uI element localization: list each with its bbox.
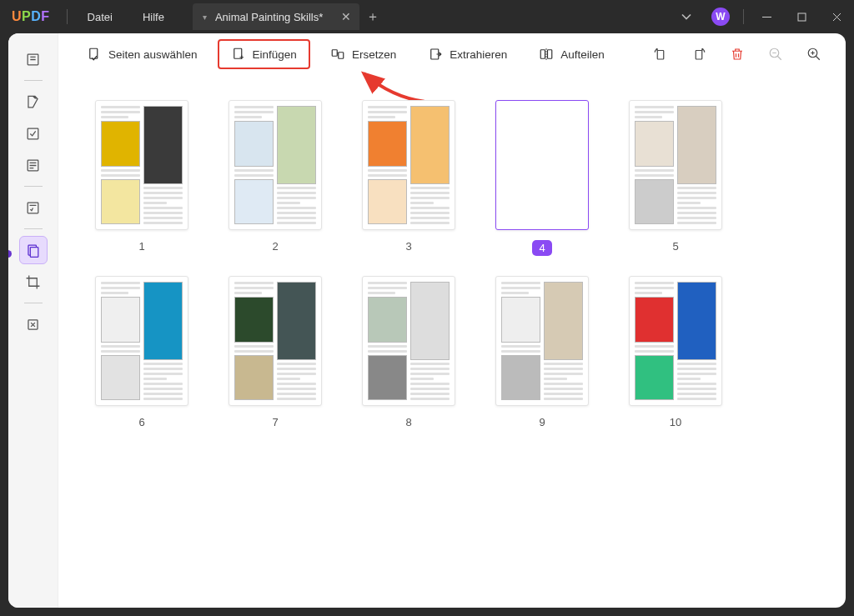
svg-rect-15 bbox=[30, 247, 38, 257]
split-button[interactable]: Aufteilen bbox=[527, 39, 616, 69]
reader-mode-icon[interactable] bbox=[19, 45, 48, 73]
extract-button[interactable]: Extrahieren bbox=[416, 39, 519, 69]
svg-line-32 bbox=[777, 56, 781, 60]
page-number: 6 bbox=[138, 416, 144, 428]
divider bbox=[24, 80, 43, 81]
page-number: 8 bbox=[405, 416, 411, 428]
close-tab-icon[interactable]: ✕ bbox=[341, 10, 351, 23]
page-preview[interactable] bbox=[362, 276, 455, 406]
rotate-left-icon[interactable] bbox=[646, 39, 676, 69]
split-label: Aufteilen bbox=[560, 48, 605, 61]
page-toolbar: Seiten auswählen Einfügen Ersetzen Extra… bbox=[58, 33, 846, 75]
zoom-in-icon[interactable] bbox=[799, 39, 829, 69]
svg-rect-7 bbox=[28, 128, 38, 139]
zoom-out-icon[interactable] bbox=[761, 39, 791, 69]
page-thumbnail[interactable]: 9 bbox=[495, 276, 589, 428]
page-thumbnail[interactable]: 4 bbox=[495, 100, 589, 256]
delete-icon[interactable] bbox=[722, 39, 752, 69]
extract-label: Extrahieren bbox=[450, 48, 507, 61]
thumbnail-row: 1 2 3 4 bbox=[95, 100, 826, 256]
app-body: Seiten auswählen Einfügen Ersetzen Extra… bbox=[8, 33, 846, 608]
app-window: UPDF Datei Hilfe ▾ Animal Painting Skill… bbox=[0, 0, 854, 616]
page-number: 9 bbox=[539, 416, 545, 428]
page-thumbnail[interactable]: 5 bbox=[629, 100, 722, 256]
page-number: 3 bbox=[405, 240, 411, 253]
form-tool-icon[interactable] bbox=[19, 193, 48, 222]
page-number: 7 bbox=[272, 416, 278, 428]
separator bbox=[67, 9, 68, 24]
page-thumbnail[interactable]: 6 bbox=[95, 276, 188, 428]
page-thumbnail[interactable]: 2 bbox=[229, 100, 322, 256]
edit-tool-icon[interactable] bbox=[19, 119, 48, 148]
page-preview[interactable] bbox=[229, 276, 322, 406]
page-preview[interactable] bbox=[95, 100, 188, 230]
close-window-button[interactable] bbox=[819, 0, 854, 33]
divider bbox=[24, 186, 43, 187]
menu-file[interactable]: Datei bbox=[73, 0, 128, 33]
insert-label: Einfügen bbox=[253, 48, 297, 61]
page-number: 1 bbox=[138, 240, 144, 253]
title-bar: UPDF Datei Hilfe ▾ Animal Painting Skill… bbox=[0, 0, 854, 33]
crop-tool-icon[interactable] bbox=[19, 268, 48, 296]
svg-rect-22 bbox=[339, 53, 344, 59]
divider bbox=[24, 303, 43, 303]
page-preview[interactable] bbox=[629, 100, 722, 230]
page-preview[interactable] bbox=[229, 100, 322, 230]
app-logo: UPDF bbox=[0, 9, 62, 24]
separator bbox=[743, 9, 744, 24]
page-preview[interactable] bbox=[495, 276, 589, 406]
page-thumbnail[interactable]: 10 bbox=[629, 276, 722, 428]
thumbnail-row: 6 7 8 bbox=[95, 276, 826, 428]
page-number: 10 bbox=[670, 416, 681, 428]
ocr-tool-icon[interactable] bbox=[19, 151, 48, 179]
select-pages-button[interactable]: Seiten auswählen bbox=[75, 39, 209, 69]
page-thumbnail[interactable]: 3 bbox=[362, 100, 455, 256]
page-number: 5 bbox=[672, 240, 678, 253]
tab-title: Animal Painting Skills* bbox=[215, 11, 333, 23]
svg-rect-24 bbox=[540, 50, 545, 59]
insert-button[interactable]: Einfügen bbox=[218, 39, 310, 69]
svg-line-35 bbox=[816, 56, 820, 60]
replace-button[interactable]: Ersetzen bbox=[319, 39, 408, 69]
new-tab-button[interactable]: ＋ bbox=[359, 8, 386, 26]
page-preview[interactable] bbox=[495, 100, 589, 230]
svg-rect-25 bbox=[548, 50, 552, 59]
divider bbox=[24, 228, 43, 229]
maximize-button[interactable] bbox=[784, 0, 819, 33]
user-avatar[interactable]: W bbox=[711, 8, 730, 26]
page-preview[interactable] bbox=[362, 100, 455, 230]
replace-label: Ersetzen bbox=[352, 48, 396, 61]
organize-pages-icon[interactable] bbox=[19, 236, 48, 264]
page-number: 4 bbox=[532, 240, 551, 256]
sidebar-handle[interactable] bbox=[8, 250, 12, 258]
document-tab[interactable]: ▾ Animal Painting Skills* ✕ bbox=[193, 3, 359, 30]
thumbnail-grid: 1 2 3 4 bbox=[58, 75, 846, 608]
svg-rect-27 bbox=[657, 51, 664, 60]
svg-rect-1 bbox=[798, 13, 806, 21]
svg-rect-28 bbox=[696, 51, 702, 60]
rotate-right-icon[interactable] bbox=[684, 39, 714, 69]
minimize-button[interactable] bbox=[749, 0, 784, 33]
page-thumbnail[interactable]: 8 bbox=[362, 276, 455, 428]
svg-rect-21 bbox=[332, 50, 337, 57]
page-number: 2 bbox=[272, 240, 278, 253]
chevron-down-icon[interactable] bbox=[678, 8, 695, 25]
comment-tool-icon[interactable] bbox=[19, 88, 48, 116]
left-sidebar bbox=[8, 33, 58, 608]
page-preview[interactable] bbox=[629, 276, 722, 406]
tab-dropdown-icon[interactable]: ▾ bbox=[203, 13, 207, 22]
page-thumbnail[interactable]: 7 bbox=[229, 276, 322, 428]
content-area: Seiten auswählen Einfügen Ersetzen Extra… bbox=[58, 33, 846, 608]
page-thumbnail[interactable]: 1 bbox=[95, 100, 188, 256]
menu-help[interactable]: Hilfe bbox=[128, 0, 179, 33]
page-preview[interactable] bbox=[95, 276, 188, 406]
select-pages-label: Seiten auswählen bbox=[108, 48, 198, 61]
compress-tool-icon[interactable] bbox=[19, 310, 48, 338]
